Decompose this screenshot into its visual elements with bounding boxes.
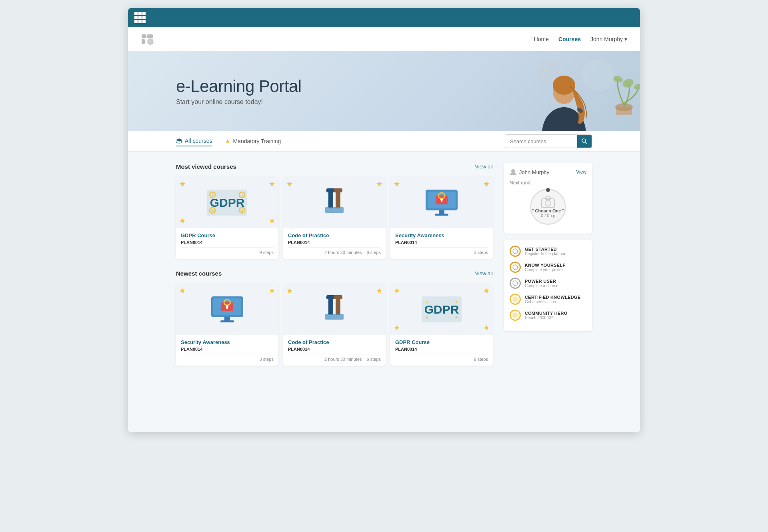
svg-point-67 [513,265,518,270]
newest-security-steps: 3 steps [260,357,274,362]
star-tr-5: ★ [376,286,382,295]
rank-name: " Chosen One " [532,208,564,213]
nav-bar: + Home Courses John Murphy ▾ [128,27,640,51]
newest-course-1: ★ ★ Secu [176,283,278,366]
gdpr-steps: 9 steps [260,250,274,255]
search-button[interactable] [577,134,592,148]
star-tl-3: ★ [394,180,400,188]
newest-cop-duration: 2 hours 30 minutes [324,357,362,362]
most-viewed-title: Most viewed courses [176,163,236,170]
get-started-icon [510,246,521,257]
star-br-1: ★ [269,216,275,225]
know-yourself-title: Know yourself [525,263,565,268]
community-hero-desc: Reach 2000 XP [525,316,568,320]
power-user-desc: Complete a course [525,284,558,288]
gdpr-info: GDPR Course PLAN0014 9 steps [176,228,278,259]
next-rank-label: Next rank: [510,180,586,186]
svg-text:★: ★ [240,193,244,197]
rank-circle-inner: + " Chosen One " 0 / 0 xp [532,196,564,218]
medal-icon-4 [512,296,518,302]
achievement-community-hero: Community hero Reach 2000 XP [510,310,586,321]
mandatory-training-label: Mandatory Training [233,138,281,144]
certified-icon [510,294,521,305]
tab-all-courses[interactable]: All courses [176,136,212,146]
security-thumb: ★ ★ [390,176,493,228]
security-course-name[interactable]: Security Awareness [395,232,488,238]
get-started-title: Get Started [525,247,566,252]
newest-gdpr-steps: 9 steps [474,357,488,362]
panel-view-link[interactable]: View [576,169,586,175]
svg-text:+: + [547,202,549,206]
user-menu[interactable]: John Murphy ▾ [590,36,627,42]
svg-point-68 [513,281,518,286]
panel-user-name: John Murphy [519,169,549,175]
svg-text:★: ★ [240,209,244,213]
panel-header: John Murphy View [510,169,586,175]
know-yourself-desc: Complete your profile [525,268,565,272]
certified-text: Certified Knowledge Get a certification [525,295,581,304]
cop-thumb: ★ ★ [283,176,386,228]
svg-point-8 [612,75,623,84]
cop-duration: 2 hours 30 minutes [324,250,362,255]
all-courses-label: All courses [185,138,212,144]
star-bl-1: ★ [179,216,186,225]
most-viewed-view-all[interactable]: View all [475,164,493,170]
gdpr-course-name[interactable]: GDPR Course [181,232,274,238]
newest-security-plan: PLAN0014 [181,347,274,352]
star-bl-6: ★ [394,323,400,332]
svg-rect-47 [226,306,228,309]
tab-mandatory-training[interactable]: ★ Mandatory Training [225,136,281,147]
certified-desc: Get a certification [525,300,581,304]
newest-view-all[interactable]: View all [475,270,493,276]
newest-gdpr-meta: 9 steps [395,354,488,362]
svg-point-69 [513,297,518,302]
main-content: Most viewed courses View all ★ ★ ★ ★ GDP… [128,152,640,432]
courses-link[interactable]: Courses [558,36,581,42]
gdpr-thumb: ★ ★ ★ ★ GDPR ★ ★ ★ [176,176,278,228]
svg-rect-53 [334,295,342,299]
star-tl-4: ★ [179,286,186,295]
grid-icon[interactable] [134,12,146,23]
star-tl-5: ★ [286,286,293,295]
svg-rect-49 [220,320,234,322]
svg-text:★: ★ [455,300,458,304]
cop-course-name[interactable]: Code of Practice [288,232,381,238]
newest-security-name[interactable]: Security Awareness [181,339,274,345]
tabs-bar: All courses ★ Mandatory Training [128,131,640,152]
svg-point-61 [511,169,515,173]
top-bar [128,8,640,27]
hero-banner: e-Learning Portal Start your online cour… [128,51,640,131]
user-avatar-icon [510,169,517,175]
svg-text:★: ★ [425,316,428,320]
content-right: John Murphy View Next rank: + [504,163,592,421]
search-icon [582,138,587,144]
newest-cop-name[interactable]: Code of Practice [288,339,381,345]
newest-gdpr-name[interactable]: GDPR Course [395,339,488,345]
browser-window: + Home Courses John Murphy ▾ e-Learning … [128,8,640,432]
svg-text:★: ★ [425,300,428,304]
star-tr-2: ★ [376,180,382,188]
gdpr-icon: GDPR ★ ★ ★ ★ [205,188,249,218]
most-viewed-course-2: ★ ★ Code of Practice PLAN0014 [283,176,386,259]
svg-text:★: ★ [455,316,458,320]
search-input[interactable] [505,138,577,144]
svg-point-7 [621,78,634,89]
svg-rect-2 [142,39,145,44]
newest-cop-plan: PLAN0014 [288,347,381,352]
cop-info-2: Code of Practice PLAN0014 2 hours 30 min… [283,335,386,366]
svg-text:★: ★ [211,209,214,213]
home-link[interactable]: Home [534,36,549,42]
tabs-left: All courses ★ Mandatory Training [176,136,281,147]
know-yourself-text: Know yourself Complete your profile [525,263,565,272]
security-meta: 3 steps [395,247,488,255]
security-info-2: Security Awareness PLAN0014 3 steps [176,335,278,366]
medal-icon-1 [512,248,518,254]
most-viewed-course-1: ★ ★ ★ ★ GDPR ★ ★ ★ [176,176,278,259]
svg-rect-40 [439,210,444,214]
svg-rect-39 [441,200,442,202]
medal-icon-5 [512,312,518,318]
gdpr-icon-2: GDPR ★ ★ ★ ★ [420,294,464,324]
search-box [505,134,592,148]
rank-circle: + " Chosen One " 0 / 0 xp [530,189,566,225]
cop-info: Code of Practice PLAN0014 2 hours 30 min… [283,228,386,259]
